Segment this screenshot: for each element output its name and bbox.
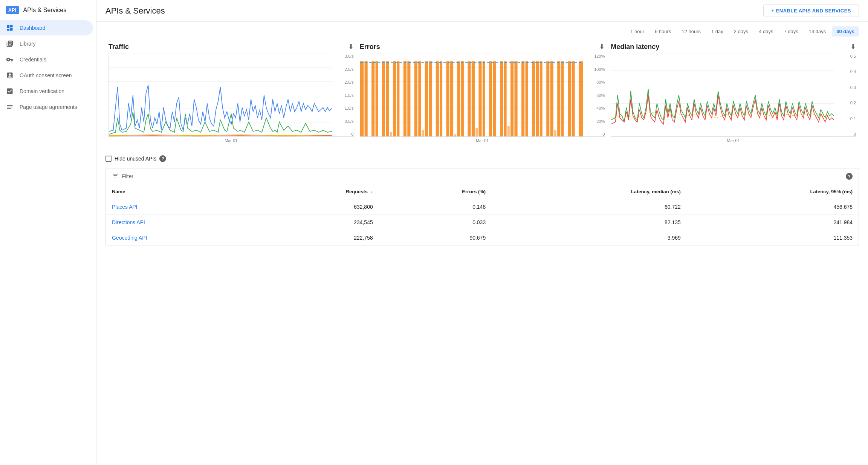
time-btn-12hours[interactable]: 12 hours	[677, 26, 705, 37]
svg-rect-62	[536, 61, 539, 136]
errors-y-120: 120%	[594, 54, 605, 58]
filter-row: Filter ?	[106, 168, 859, 184]
svg-rect-53	[504, 61, 506, 136]
latency-y-01: 0.1	[850, 116, 856, 121]
sidebar-item-library[interactable]: Library	[0, 36, 93, 51]
header-left: APIs & Services	[105, 6, 165, 16]
svg-rect-72	[572, 61, 575, 136]
col-requests[interactable]: Requests ↓	[255, 184, 379, 199]
traffic-download-icon[interactable]: ⬇	[348, 43, 354, 51]
time-btn-2days[interactable]: 2 days	[729, 26, 753, 37]
errors-y-40: 40%	[596, 106, 605, 110]
domain-icon	[6, 87, 14, 95]
cell-errors: 90.679	[379, 230, 492, 246]
cell-name: Places API	[106, 199, 255, 215]
errors-chart-title: Errors	[360, 43, 380, 51]
svg-rect-46	[478, 61, 481, 136]
svg-rect-50	[493, 61, 496, 136]
time-btn-1hour[interactable]: 1 hour	[626, 26, 649, 37]
filter-label[interactable]: Filter	[122, 173, 133, 179]
svg-rect-59	[525, 61, 528, 136]
time-filters: 1 hour 6 hours 12 hours 1 day 2 days 4 d…	[96, 22, 868, 37]
svg-rect-49	[489, 61, 492, 136]
time-btn-4days[interactable]: 4 days	[754, 26, 778, 37]
svg-rect-14	[364, 61, 367, 136]
page-usage-icon	[6, 103, 14, 111]
cell-latency-median: 82.135	[492, 215, 687, 230]
svg-rect-39	[454, 135, 456, 136]
latency-y-03: 0.3	[850, 85, 856, 90]
latency-chart: Median latency ⬇ 0.5 0.4 0.3 0.2 0.1 0	[608, 43, 859, 143]
time-btn-30days[interactable]: 30 days	[832, 26, 859, 37]
svg-rect-67	[554, 130, 556, 136]
svg-rect-52	[500, 61, 503, 136]
hide-unused-help-icon[interactable]: ?	[159, 155, 166, 162]
cell-errors: 0.033	[379, 215, 492, 230]
svg-rect-38	[450, 61, 453, 136]
svg-rect-47	[483, 61, 485, 136]
sidebar-label-oauth: OAuth consent screen	[20, 72, 72, 78]
table-help-icon[interactable]: ?	[846, 173, 853, 180]
sidebar-item-domain[interactable]: Domain verification	[0, 84, 93, 99]
svg-rect-61	[532, 61, 535, 136]
enable-apis-button[interactable]: + ENABLE APIS AND SERVICES	[763, 5, 859, 17]
sidebar-nav: Dashboard Library Credentials OAuth cons…	[0, 20, 96, 115]
sidebar-item-credentials[interactable]: Credentials	[0, 52, 93, 67]
time-btn-6hours[interactable]: 6 hours	[650, 26, 675, 37]
errors-y-100: 100%	[594, 67, 605, 72]
sidebar-label-dashboard: Dashboard	[20, 25, 46, 31]
latency-y-02: 0.2	[850, 101, 856, 105]
traffic-y-axis: 3.0/s 2.5/s 2.0/s 1.5/s 1.0/s 0.5/s 0	[336, 54, 354, 136]
svg-rect-17	[375, 61, 378, 136]
table-header-row: Name Requests ↓ Errors (%) Latency, medi…	[106, 184, 859, 199]
svg-rect-37	[446, 61, 449, 136]
api-table-wrapper: Filter ? Name Requests ↓ Errors (%) Late…	[105, 168, 859, 246]
errors-y-80: 80%	[596, 80, 605, 84]
main-header: APIs & Services + ENABLE APIS AND SERVIC…	[96, 0, 868, 22]
time-btn-1day[interactable]: 1 day	[707, 26, 728, 37]
traffic-x-label: Mar 01	[108, 138, 354, 143]
svg-rect-31	[425, 61, 428, 136]
svg-rect-40	[457, 61, 460, 136]
cell-errors: 0.148	[379, 199, 492, 215]
hide-unused-checkbox[interactable]	[105, 156, 112, 162]
traffic-chart-header: Traffic ⬇	[108, 43, 354, 51]
traffic-y-25: 2.5/s	[345, 67, 354, 72]
sidebar-item-page-usage[interactable]: Page usage agreements	[0, 99, 93, 115]
svg-rect-34	[436, 61, 439, 136]
table-row[interactable]: Directions API 234,545 0.033 82.135 241.…	[106, 215, 859, 230]
latency-chart-header: Median latency ⬇	[611, 43, 856, 51]
traffic-y-05: 0.5/s	[345, 119, 354, 124]
svg-rect-66	[550, 61, 553, 136]
cell-latency-95: 111.353	[687, 230, 859, 246]
latency-download-icon[interactable]: ⬇	[850, 43, 856, 51]
cell-latency-median: 60.722	[492, 199, 687, 215]
hide-unused-row: Hide unused APIs ?	[105, 155, 859, 162]
svg-rect-69	[561, 61, 564, 136]
traffic-y-15: 1.5/s	[345, 93, 354, 98]
hide-unused-label: Hide unused APIs	[115, 156, 156, 162]
cell-name: Directions API	[106, 215, 255, 230]
traffic-chart-area: 3.0/s 2.5/s 2.0/s 1.5/s 1.0/s 0.5/s 0	[108, 54, 354, 137]
sidebar: API APIs & Services Dashboard Library Cr…	[0, 0, 96, 465]
sidebar-label-page-usage: Page usage agreements	[20, 104, 77, 110]
latency-y-04: 0.4	[850, 69, 856, 74]
errors-chart-header: Errors ⬇	[360, 43, 605, 51]
sidebar-item-dashboard[interactable]: Dashboard	[0, 20, 93, 35]
latency-chart-title: Median latency	[611, 43, 659, 51]
svg-rect-22	[393, 61, 396, 136]
time-btn-14days[interactable]: 14 days	[804, 26, 831, 37]
time-btn-7days[interactable]: 7 days	[779, 26, 802, 37]
errors-download-icon[interactable]: ⬇	[599, 43, 605, 51]
latency-y-0: 0	[854, 132, 856, 136]
sidebar-item-oauth[interactable]: OAuth consent screen	[0, 68, 93, 83]
table-row[interactable]: Geocoding API 222,758 90.679 3.969 111.3…	[106, 230, 859, 246]
dashboard-icon	[6, 24, 14, 32]
svg-rect-74	[579, 61, 583, 136]
table-row[interactable]: Places API 632,800 0.148 60.722 456.678	[106, 199, 859, 215]
svg-rect-54	[507, 126, 510, 136]
svg-rect-16	[371, 61, 374, 136]
col-name[interactable]: Name	[106, 184, 255, 199]
filter-left: Filter	[112, 172, 133, 180]
errors-chart-area: 120% 100% 80% 60% 40% 20% 0	[360, 54, 605, 137]
